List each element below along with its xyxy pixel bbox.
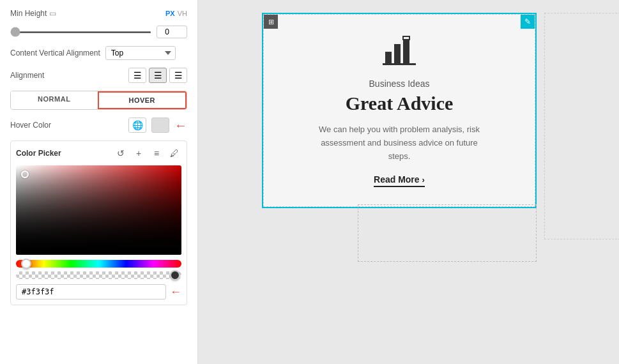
picker-dot[interactable] bbox=[21, 171, 29, 178]
color-picker-section: Color Picker ↺ + ≡ 🖊 #3f3f3f ← bbox=[10, 140, 187, 305]
min-height-slider-row: 0 bbox=[10, 26, 187, 38]
tab-normal[interactable]: NORMAL bbox=[11, 91, 98, 109]
description: We can help you with problem analysis, r… bbox=[310, 123, 489, 163]
hover-color-row: Hover Color 🌐 ← bbox=[10, 118, 187, 133]
eyedropper-button[interactable]: 🖊 bbox=[167, 146, 181, 160]
units-selector: PX VH bbox=[165, 10, 187, 17]
alignment-label: Alignment bbox=[10, 71, 44, 80]
dotted-card-bottom bbox=[358, 204, 537, 262]
align-buttons: ☰ ☰ ☰ bbox=[128, 68, 187, 83]
hex-input-row: #3f3f3f ← bbox=[16, 284, 181, 300]
color-picker-header: Color Picker ↺ + ≡ 🖊 bbox=[16, 146, 181, 160]
align-right-button[interactable]: ☰ bbox=[169, 68, 187, 83]
min-height-text: Min Height bbox=[10, 9, 47, 18]
reset-button[interactable]: ↺ bbox=[114, 146, 128, 160]
min-height-input[interactable]: 0 bbox=[157, 26, 187, 38]
hover-color-label: Hover Color bbox=[10, 121, 123, 130]
read-more-link[interactable]: Read More › bbox=[374, 174, 425, 187]
right-area: ‹ ⊞ ✎ Business Ideas bbox=[198, 0, 619, 364]
hue-thumb[interactable] bbox=[21, 259, 31, 269]
color-picker-title: Color Picker bbox=[16, 149, 110, 158]
block-icon: ⊞ bbox=[264, 15, 278, 29]
min-height-label: Min Height ▭ bbox=[10, 9, 56, 18]
svg-rect-1 bbox=[385, 52, 392, 63]
right-column-dashed bbox=[544, 13, 619, 239]
gradient-canvas[interactable] bbox=[16, 165, 181, 255]
min-height-slider[interactable] bbox=[10, 31, 151, 33]
hex-input[interactable]: #3f3f3f bbox=[16, 284, 166, 300]
business-ideas: Business Ideas bbox=[289, 79, 509, 89]
list-button[interactable]: ≡ bbox=[149, 146, 164, 160]
chevron-right-icon: › bbox=[422, 175, 425, 185]
svg-rect-4 bbox=[403, 36, 409, 40]
card-outer: ⊞ ✎ Business Ideas Great Advice We can h bbox=[262, 13, 537, 208]
color-swatch[interactable] bbox=[151, 118, 169, 133]
vertical-align-select[interactable]: Top Middle Bottom bbox=[105, 46, 176, 60]
business-chart-icon bbox=[289, 34, 509, 72]
align-center-button[interactable]: ☰ bbox=[149, 68, 167, 83]
alpha-thumb[interactable] bbox=[170, 270, 180, 280]
arrow-indicator: ← bbox=[174, 119, 187, 132]
alpha-slider[interactable] bbox=[16, 271, 181, 279]
globe-button[interactable]: 🌐 bbox=[128, 118, 146, 133]
card-inner: ⊞ ✎ Business Ideas Great Advice We can h bbox=[263, 14, 535, 207]
read-more-text: Read More bbox=[374, 174, 420, 185]
unit-px[interactable]: PX bbox=[165, 10, 175, 17]
min-height-row: Min Height ▭ PX VH bbox=[10, 9, 187, 18]
left-panel: Min Height ▭ PX VH 0 Content Vertical Al… bbox=[0, 0, 198, 364]
svg-rect-2 bbox=[394, 44, 401, 63]
monitor-icon: ▭ bbox=[49, 9, 56, 18]
add-color-button[interactable]: + bbox=[132, 146, 146, 160]
unit-vh[interactable]: VH bbox=[178, 10, 187, 17]
content-vertical-align-row: Content Vertical Alignment Top Middle Bo… bbox=[10, 46, 187, 60]
tab-hover[interactable]: HOVER bbox=[98, 91, 187, 109]
edit-icon[interactable]: ✎ bbox=[521, 15, 535, 29]
align-left-button[interactable]: ☰ bbox=[128, 68, 146, 83]
alignment-row: Alignment ☰ ☰ ☰ bbox=[10, 68, 187, 83]
svg-rect-0 bbox=[383, 63, 416, 65]
hue-slider[interactable] bbox=[16, 260, 181, 268]
red-arrow-indicator: ← bbox=[170, 285, 181, 299]
great-advice: Great Advice bbox=[289, 93, 509, 114]
state-tabs: NORMAL HOVER bbox=[10, 91, 187, 110]
svg-rect-3 bbox=[403, 39, 409, 63]
content-vertical-align-label: Content Vertical Alignment bbox=[10, 49, 100, 57]
